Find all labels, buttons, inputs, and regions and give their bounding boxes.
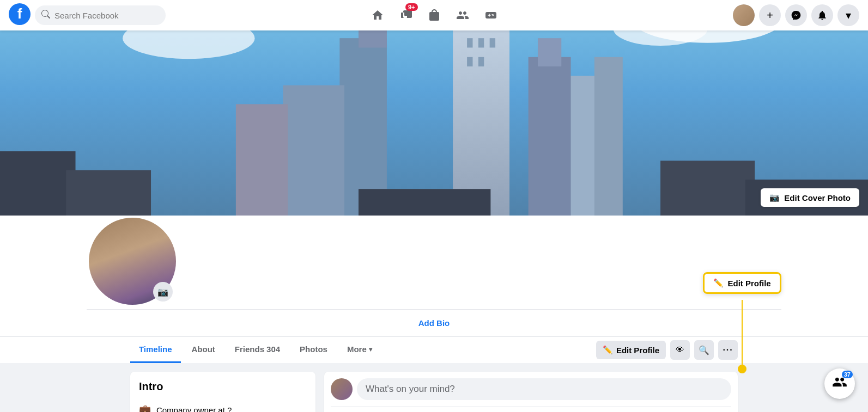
svg-rect-19 <box>467 57 472 66</box>
messenger-button[interactable] <box>785 4 807 26</box>
eye-icon: 👁 <box>676 345 684 355</box>
pencil-icon-tab: ✏️ <box>603 345 613 355</box>
sidebar-column: Intro 💼 Company owner at ? ✏️ Content Up… <box>130 372 315 412</box>
svg-rect-2 <box>404 11 410 16</box>
svg-rect-22 <box>359 30 387 47</box>
intro-card: Intro 💼 Company owner at ? ✏️ Content Up… <box>130 372 315 412</box>
briefcase-icon: 💼 <box>139 404 151 412</box>
chevron-down-icon: ▾ <box>846 9 851 22</box>
svg-rect-21 <box>339 38 387 216</box>
main-column: What's on your mind? 📹 Live Video 🖼 Phot… <box>324 372 738 412</box>
tab-about[interactable]: About <box>183 337 224 363</box>
cover-section: 📷 Edit Cover Photo 📷 <box>0 30 868 363</box>
post-placeholder: What's on your mind? <box>366 384 455 395</box>
svg-rect-3 <box>485 12 496 19</box>
menu-button[interactable]: ▾ <box>837 4 859 26</box>
cover-photo: 📷 Edit Cover Photo <box>0 30 868 216</box>
search-icon <box>41 10 50 21</box>
svg-rect-28 <box>0 151 76 216</box>
top-navigation: f 9+ <box>0 0 868 30</box>
change-avatar-button[interactable]: 📷 <box>153 282 173 302</box>
svg-rect-18 <box>490 38 495 47</box>
video-nav-button[interactable]: 9+ <box>393 2 419 28</box>
post-avatar <box>331 378 353 400</box>
video-badge: 9+ <box>405 3 418 11</box>
svg-rect-10 <box>594 57 623 216</box>
camera-icon: 📷 <box>157 287 168 297</box>
post-divider <box>331 407 731 407</box>
gaming-nav-button[interactable] <box>478 2 504 28</box>
more-options-button[interactable]: ··· <box>718 340 738 360</box>
svg-rect-26 <box>538 38 561 66</box>
profile-avatar-wrapper: 📷 <box>87 216 178 307</box>
svg-text:f: f <box>17 5 22 22</box>
intro-item-company: 💼 Company owner at ? <box>139 399 307 412</box>
svg-rect-24 <box>236 104 288 216</box>
fab-badge: 37 <box>842 371 853 378</box>
svg-rect-17 <box>478 38 484 47</box>
camera-icon: 📷 <box>769 193 780 202</box>
intro-company-text: Company owner at ? <box>156 405 232 413</box>
notifications-button[interactable] <box>811 4 833 26</box>
profile-tabs-bar: Timeline About Friends 304 Photos More ▾… <box>0 336 868 363</box>
svg-rect-16 <box>467 38 472 47</box>
view-as-button[interactable]: 👁 <box>670 340 690 360</box>
svg-rect-30 <box>359 189 490 216</box>
svg-rect-23 <box>283 85 344 216</box>
profile-page: 📷 Edit Cover Photo 📷 <box>0 30 868 412</box>
search-icon-tab: 🔍 <box>699 345 709 355</box>
svg-rect-20 <box>478 57 484 66</box>
topnav-center: 9+ <box>183 2 685 28</box>
fb-logo[interactable]: f <box>9 3 31 27</box>
plus-icon: + <box>767 9 773 22</box>
tab-timeline[interactable]: Timeline <box>130 337 181 363</box>
add-button[interactable]: + <box>759 4 781 26</box>
edit-profile-tab-button[interactable]: ✏️ Edit Profile <box>596 341 666 359</box>
people-fab-button[interactable]: 37 <box>824 368 855 399</box>
post-box: What's on your mind? 📹 Live Video 🖼 Phot… <box>324 372 738 412</box>
post-input-row: What's on your mind? <box>331 378 731 400</box>
search-profile-button[interactable]: 🔍 <box>694 340 714 360</box>
svg-rect-29 <box>66 170 151 216</box>
profile-avatar-button[interactable] <box>733 4 755 26</box>
search-bar[interactable] <box>35 5 166 25</box>
tab-more[interactable]: More ▾ <box>338 337 381 363</box>
svg-rect-31 <box>660 161 755 216</box>
groups-nav-button[interactable] <box>450 2 476 28</box>
profile-content: Intro 💼 Company owner at ? ✏️ Content Up… <box>0 363 868 412</box>
search-input[interactable] <box>54 11 142 20</box>
tab-photos[interactable]: Photos <box>291 337 336 363</box>
add-bio-button[interactable]: Add Bio <box>87 314 781 332</box>
home-nav-button[interactable] <box>365 2 391 28</box>
edit-profile-button-hero[interactable]: ✏️ Edit Profile <box>703 272 781 294</box>
store-nav-button[interactable] <box>421 2 447 28</box>
edit-cover-photo-button[interactable]: 📷 Edit Cover Photo <box>761 188 859 207</box>
topnav-left: f <box>9 3 183 27</box>
tab-friends[interactable]: Friends 304 <box>226 337 289 363</box>
more-icon: ··· <box>723 345 733 355</box>
tabs-right: ✏️ Edit Profile 👁 🔍 ··· <box>596 340 738 360</box>
pencil-icon: ✏️ <box>713 278 724 288</box>
svg-rect-25 <box>529 57 571 216</box>
intro-title: Intro <box>139 380 307 393</box>
tabs-left: Timeline About Friends 304 Photos More ▾ <box>130 337 381 363</box>
post-input[interactable]: What's on your mind? <box>357 378 731 400</box>
topnav-right: + ▾ <box>685 4 859 26</box>
